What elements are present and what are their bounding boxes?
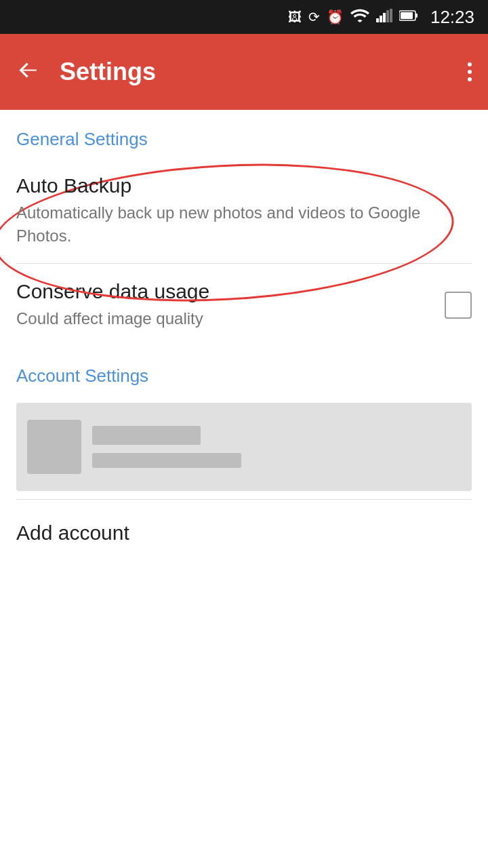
account-settings-header: Account Settings	[0, 347, 488, 395]
conserve-data-title: Conserve data usage	[16, 280, 445, 303]
battery-icon	[399, 9, 418, 25]
account-tile[interactable]	[16, 403, 472, 491]
rotate-icon: ⟳	[308, 9, 320, 25]
general-settings-header: General Settings	[0, 110, 488, 158]
svg-rect-1	[380, 16, 382, 22]
auto-backup-item[interactable]: Auto Backup Automatically back up new ph…	[0, 158, 488, 263]
back-button[interactable]	[16, 58, 41, 86]
content: General Settings Auto Backup Automatical…	[0, 110, 488, 566]
more-dot-3	[468, 77, 472, 81]
more-menu-button[interactable]	[468, 62, 472, 81]
conserve-data-checkbox[interactable]	[445, 292, 472, 319]
svg-rect-3	[386, 10, 389, 22]
wifi-icon	[350, 9, 369, 26]
conserve-data-subtitle: Could affect image quality	[16, 307, 445, 330]
svg-rect-0	[376, 18, 379, 22]
app-bar-title: Settings	[60, 58, 468, 86]
auto-backup-wrapper: Auto Backup Automatically back up new ph…	[0, 158, 488, 263]
account-name-blur	[92, 426, 201, 445]
signal-icon	[376, 9, 392, 26]
more-dot-2	[468, 70, 472, 74]
status-icons: 🖼 ⟳ ⏰ 12:23	[288, 7, 474, 28]
image-icon: 🖼	[288, 9, 302, 25]
add-account-title: Add account	[16, 521, 472, 545]
conserve-data-content: Conserve data usage Could affect image q…	[16, 280, 445, 330]
status-time: 12:23	[430, 7, 474, 28]
svg-rect-2	[383, 13, 386, 22]
auto-backup-title: Auto Backup	[16, 174, 472, 197]
svg-rect-6	[415, 14, 418, 18]
account-info	[92, 426, 461, 468]
auto-backup-subtitle: Automatically back up new photos and vid…	[16, 201, 472, 247]
svg-rect-7	[401, 12, 413, 19]
conserve-data-item[interactable]: Conserve data usage Could affect image q…	[0, 264, 488, 347]
status-bar: 🖼 ⟳ ⏰ 12:23	[0, 0, 488, 34]
app-bar: Settings	[0, 34, 488, 110]
alarm-icon: ⏰	[327, 9, 344, 25]
add-account-item[interactable]: Add account	[0, 500, 488, 566]
svg-rect-4	[390, 9, 392, 22]
account-avatar	[27, 420, 81, 474]
more-dot-1	[468, 62, 472, 66]
account-email-blur	[92, 453, 241, 468]
